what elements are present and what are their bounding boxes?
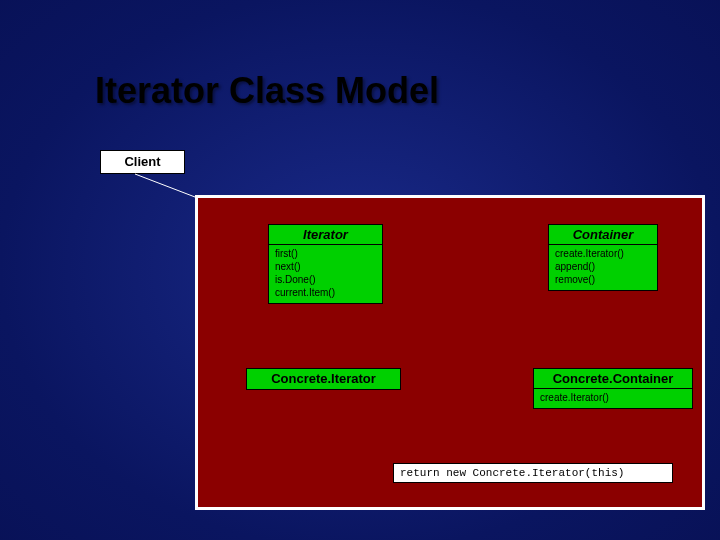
method: first() [275, 247, 376, 260]
method: is.Done() [275, 273, 376, 286]
iterator-methods: first() next() is.Done() current.Item() [269, 245, 382, 303]
method: append() [555, 260, 651, 273]
method: remove() [555, 273, 651, 286]
client-class-box: Client [100, 150, 185, 174]
container-title: Container [549, 225, 657, 245]
concrete-container-title: Concrete.Container [534, 369, 692, 389]
code-note: return new Concrete.Iterator(this) [393, 463, 673, 483]
concrete-container-class-box: Concrete.Container create.Iterator() [533, 368, 693, 409]
method: current.Item() [275, 286, 376, 299]
concrete-container-methods: create.Iterator() [534, 389, 692, 408]
concrete-iterator-title: Concrete.Iterator [247, 369, 400, 388]
svg-line-0 [135, 174, 195, 197]
method: create.Iterator() [555, 247, 651, 260]
method: next() [275, 260, 376, 273]
concrete-iterator-class-box: Concrete.Iterator [246, 368, 401, 390]
container-class-box: Container create.Iterator() append() rem… [548, 224, 658, 291]
page-title: Iterator Class Model [95, 70, 439, 112]
method: create.Iterator() [540, 391, 686, 404]
container-methods: create.Iterator() append() remove() [549, 245, 657, 290]
iterator-class-box: Iterator first() next() is.Done() curren… [268, 224, 383, 304]
diagram-panel: Iterator first() next() is.Done() curren… [195, 195, 705, 510]
iterator-title: Iterator [269, 225, 382, 245]
